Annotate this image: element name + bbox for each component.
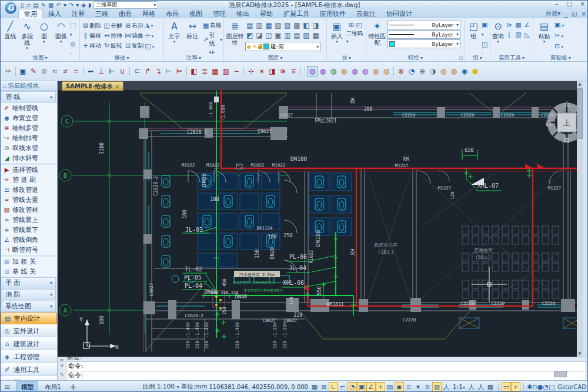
status-toggle-8[interactable]: ▤ <box>385 382 395 391</box>
tab-扩展工具[interactable]: 扩展工具 <box>278 9 315 18</box>
status-mini-1[interactable]: + <box>511 382 520 391</box>
button-拉伸[interactable]: ↔拉伸 <box>103 31 122 41</box>
layer-tool-icon[interactable]: ◪ <box>255 31 264 41</box>
tab-帮助[interactable]: 帮助 <box>255 9 278 18</box>
layer-tool-icon[interactable]: ▥ <box>255 21 264 31</box>
panel-block-title[interactable]: 块▾ <box>327 54 366 61</box>
status-toggle-14[interactable]: 人 <box>442 382 451 391</box>
layer-tool-icon[interactable]: ▤ <box>292 31 302 41</box>
tab-插入[interactable]: 插入 <box>43 9 66 18</box>
status-ann-icon-2[interactable]: ▦ <box>486 382 495 391</box>
status-toggle-2[interactable]: ∟ <box>329 382 338 391</box>
sidebar-item-绘制管线[interactable]: ✐绘制管线 <box>1 103 57 113</box>
panel-clipboard-title[interactable]: 剪贴板▾ <box>533 54 588 61</box>
status-toggle-3[interactable]: ⌐ <box>338 382 348 391</box>
status-sys-icon-3[interactable]: ◔ <box>543 383 549 391</box>
tab-输出[interactable]: 输出 <box>231 9 255 18</box>
status-sys-icon-4[interactable]: ▢ <box>549 383 554 391</box>
sidebar-item-绘制多管[interactable]: ≣绘制多管 <box>1 123 57 133</box>
pipe-tool-icon-28[interactable]: ◨ <box>267 66 278 77</box>
ribbon-tool-icon[interactable]: ◱ ▾ <box>145 42 154 51</box>
pipe-tool-icon-30[interactable]: ∓ <box>288 66 299 77</box>
scroll-up-icon[interactable]: ▲ <box>578 81 581 87</box>
button-二维码[interactable]: 二维码 ▾ <box>346 30 365 44</box>
layer-tool-icon[interactable]: ◧ <box>302 21 311 31</box>
button-粘贴[interactable]: ▤粘贴▾ <box>535 19 553 54</box>
utility-tool-icon[interactable]: ∠ <box>523 21 532 31</box>
model-tab[interactable]: 模型 <box>16 381 38 392</box>
layer-bulb-tool-icon-9[interactable]: ⊗ <box>396 66 406 77</box>
sidebar-item-管线置下[interactable]: ≑管线置下 <box>1 225 57 235</box>
sidebar-item-基线关[interactable]: ⊠基 线 关 <box>1 267 57 277</box>
layer-tool-icon[interactable]: ▩ <box>292 21 302 31</box>
pipe-tool-icon-7[interactable]: ≐ <box>71 66 81 77</box>
button-线性[interactable]: ⌐线性▾ <box>202 49 222 54</box>
pipe-tool-icon-21[interactable]: ≣ <box>199 66 210 77</box>
button-表格[interactable]: ▦表格 <box>202 21 222 29</box>
status-menu-icon[interactable]: ≡ <box>4 383 11 391</box>
status-toggle-12[interactable]: ≋ <box>423 382 432 391</box>
sidebar-item-管线倒角[interactable]: ∠管线倒角 <box>1 235 57 245</box>
button-删除[interactable]: ⊠删除 <box>82 21 101 31</box>
tab-协同设计[interactable]: 协同设计 <box>381 9 417 18</box>
layer-tool-icon[interactable]: ▧ <box>302 31 311 41</box>
sidebar-item-排水斜弯[interactable]: ◢排水斜弯 <box>1 153 57 163</box>
pipe-tool-icon-15[interactable]: ↱ <box>142 66 153 77</box>
pipe-tool-icon-23[interactable]: ▥ <box>220 66 231 77</box>
layer-dropdown[interactable]: ●☀建-洞▾ <box>245 42 320 51</box>
button-引线[interactable]: ↗引线▾ <box>202 31 222 48</box>
panel-modify-title[interactable]: 修改▾ <box>80 54 163 61</box>
dialog-launcher-icon[interactable]: ◲ <box>459 55 463 61</box>
button-直线[interactable]: ╱直线 <box>2 19 18 54</box>
minimize-button[interactable]: – <box>555 1 558 7</box>
layer-tool-icon[interactable]: ▦ <box>311 31 320 41</box>
status-toggle-6[interactable]: ∠ <box>366 382 376 391</box>
status-toggle-11[interactable]: ▾ <box>413 382 423 391</box>
sidebar-item-管线去重[interactable]: ≍管线去重 <box>1 195 57 205</box>
panel-props-title[interactable]: 特性▾ <box>366 54 465 61</box>
button-多段线[interactable]: ∿多段线▾ <box>19 19 35 54</box>
ribbon-tool-icon[interactable]: ▣ ▾ <box>482 21 489 39</box>
tab-网格[interactable]: 网格 <box>137 9 161 18</box>
sidebar-item-加粗关[interactable]: ▦加 粗 关 <box>1 257 57 267</box>
status-toggle-1[interactable]: ⊞ <box>319 382 329 391</box>
pipe-tool-icon-6[interactable]: ≠ <box>60 66 71 77</box>
tab-注释[interactable]: 注释 <box>66 9 90 18</box>
button-标注[interactable]: ↔标注 <box>184 19 201 54</box>
layer-tool-icon[interactable]: ▦ <box>264 21 273 31</box>
sidebar-item-管线置上[interactable]: ≐管线置上 <box>1 215 57 225</box>
pipe-tool-icon-24[interactable]: ∼ <box>231 66 242 77</box>
pipe-tool-icon-11[interactable]: ⊩ <box>106 66 117 77</box>
utility-tool-icon[interactable]: ▥ <box>514 31 523 40</box>
button-复制[interactable]: ⊡复制 <box>124 41 143 51</box>
pipe-tool-icon-18[interactable]: ⊨ <box>174 66 185 77</box>
status-toggle-4[interactable]: ◔ <box>348 382 357 391</box>
tab-close-icon[interactable]: × <box>115 84 120 89</box>
button-文字[interactable]: A文字▾ <box>166 19 183 54</box>
document-tab[interactable]: SAMPLE-给排水× <box>62 81 123 91</box>
section-系统绘图[interactable]: 系统绘图▾ <box>2 301 56 312</box>
status-mini-0[interactable]: ▭ <box>502 382 511 391</box>
sidebar-item-修改管材[interactable]: ▧修改管材 <box>1 205 57 215</box>
layer-bulb-tool-icon-10[interactable]: ◔ <box>406 66 417 77</box>
section-pipes[interactable]: 管 线▴ <box>2 91 56 102</box>
ribbon-tool-icon[interactable]: ⊙ ▾ <box>70 41 78 54</box>
layer-bulb-tool-icon-14[interactable]: ◍ <box>449 66 459 77</box>
sidebar-item-管道刷[interactable]: ✑管 道 刷 <box>1 175 57 185</box>
layer-bulb-tool-icon-5[interactable]: ◍ <box>360 66 370 77</box>
layer-tool-icon[interactable]: ▥ <box>283 31 292 41</box>
layer-bulb-tool-icon-13[interactable]: ◍ <box>438 66 449 77</box>
panel-layer-title[interactable]: 图层▾ <box>224 54 326 61</box>
doc-restore-button[interactable]: ◱ <box>572 11 577 17</box>
button-图层特性[interactable]: ≣图层特性 <box>226 19 244 54</box>
status-ann-icon-0[interactable]: 人 <box>467 382 476 391</box>
pipe-tool-icon-14[interactable]: ⊂ <box>132 66 142 77</box>
button-组[interactable]: ◰组 <box>467 19 480 54</box>
block-tool-icon[interactable]: ⊞ <box>349 21 354 29</box>
drawing-canvas[interactable]: CBA3100300C2020-2C2020-2C0627C0627FM乙202… <box>58 81 583 357</box>
sidebar-item-布置立管[interactable]: ◉布置立管 <box>1 113 57 123</box>
pipe-tool-icon-3[interactable]: ✎ <box>28 66 39 77</box>
panel-utils-title[interactable]: 实用工具▾ <box>490 54 533 61</box>
pipe-tool-icon-20[interactable]: ◧ <box>189 66 199 77</box>
panel-draw-title[interactable]: 绘图▾ <box>1 54 79 61</box>
